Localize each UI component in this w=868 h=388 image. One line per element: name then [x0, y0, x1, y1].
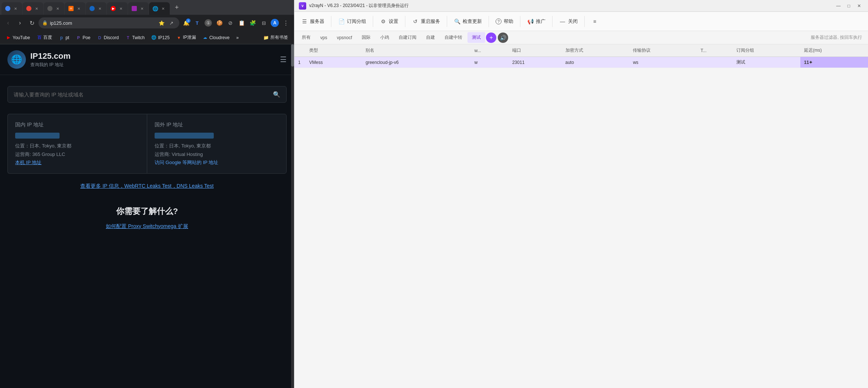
v2rayn-more-menu[interactable]: ≡ — [588, 16, 602, 27]
ip125-search-input[interactable] — [14, 92, 273, 98]
folder-icon: 📁 — [263, 35, 269, 40]
bookmark-poe[interactable]: P Poe — [73, 34, 93, 42]
tab-5-favicon — [89, 6, 95, 11]
settings-label: 设置 — [389, 18, 398, 25]
col-num-header — [294, 44, 305, 57]
add-tab-button[interactable]: + — [486, 33, 496, 43]
tab-custom[interactable]: 自建 — [422, 32, 439, 43]
tab-intl[interactable]: 国际 — [357, 32, 375, 43]
copy-icon: 📋 — [239, 20, 245, 26]
share-button[interactable]: ↗ — [167, 18, 176, 27]
ip125-globe-icon: 🌐 — [7, 50, 26, 69]
new-tab-button[interactable]: + — [172, 2, 182, 13]
security-icon: 🔒 — [42, 20, 48, 25]
tab-vpsnocf[interactable]: vpsnocf — [332, 33, 357, 42]
translate-icon: T — [196, 20, 199, 26]
menu-separator-5 — [489, 16, 489, 27]
close-dash-icon: — — [559, 18, 566, 25]
v2rayn-servers-menu[interactable]: ☰ 服务器 — [297, 16, 328, 27]
notifications-ext-button[interactable]: 🔔 2 — [181, 18, 191, 28]
browser-scrollbar[interactable] — [291, 44, 294, 388]
tab-1[interactable]: ✕ — [1, 2, 22, 15]
v2rayn-table-area[interactable]: 类型 别名 w... 端口 加密方式 传输协议 T... 订阅分组 延迟(ms)… — [294, 44, 868, 388]
ip125-menu-button[interactable]: ☰ — [280, 55, 287, 64]
tab-custom-relay[interactable]: 自建中转 — [440, 32, 467, 43]
v2rayn-settings-menu[interactable]: ⚙ 设置 — [376, 16, 402, 27]
translate-ext-button[interactable]: T — [192, 18, 202, 28]
tab-5-close[interactable]: ✕ — [97, 6, 103, 11]
tab-4[interactable]: H ✕ — [65, 2, 85, 15]
ip125-google-ip-link[interactable]: 访问 Google 等网站的 IP 地址 — [155, 160, 218, 165]
bookmark-ipleak[interactable]: ▼ IP泄漏 — [173, 33, 199, 42]
copy-ext-button[interactable]: 📋 — [236, 18, 247, 28]
row-alias: greencloud-jp-v6 — [362, 57, 470, 68]
url-display: ip125.com — [50, 20, 155, 26]
tab-8-close[interactable]: ✕ — [160, 6, 166, 11]
bookmark-baidu[interactable]: 百 百度 — [34, 33, 55, 42]
split-view-button[interactable]: ⊟ — [259, 18, 269, 28]
tab-xiaoji[interactable]: 小鸡 — [376, 32, 394, 43]
cookie-ext-button[interactable]: 🍪 — [214, 18, 224, 28]
bookmark-pt[interactable]: p pt — [56, 34, 72, 42]
tab-custom-sub[interactable]: 自建订阅 — [394, 32, 421, 43]
ip125-search-icon: 🔍 — [273, 91, 280, 98]
profile-button[interactable]: A — [270, 18, 280, 28]
tab-3[interactable]: ✕ — [44, 2, 64, 15]
tab-7-favicon — [132, 6, 137, 11]
v2rayn-close-menu[interactable]: — 关闭 — [555, 16, 581, 27]
tab-4-close[interactable]: ✕ — [76, 6, 82, 11]
badge1-ext-button[interactable]: ① — [203, 18, 213, 28]
bookmark-youtube[interactable]: ▶ YouTube — [3, 34, 33, 42]
tab-7[interactable]: ✕ — [128, 2, 149, 15]
ip125-local-ip-link[interactable]: 本机 IP 地址 — [15, 160, 41, 165]
refresh-button[interactable]: ↻ — [27, 18, 37, 28]
tab-2-close[interactable]: ✕ — [34, 6, 40, 11]
bookmark-twitch[interactable]: T Twitch — [122, 34, 148, 42]
tab-8-ip125[interactable]: 🌐 ✕ — [149, 2, 170, 15]
omnibox[interactable]: 🔒 ip125.com ⭐ ↗ — [38, 17, 179, 28]
bookmark-cloudreve[interactable]: ☁ Cloudreve — [200, 34, 233, 42]
block-icon: ⊘ — [228, 20, 233, 26]
all-bookmarks-button[interactable]: 📁 所有书签 — [260, 33, 291, 42]
tab-all[interactable]: 所有 — [297, 32, 315, 43]
v2rayn-close-button[interactable]: ✕ — [855, 1, 864, 10]
v2rayn-app-icon: v — [299, 2, 306, 10]
extensions-button[interactable]: 🧩 — [247, 18, 258, 28]
tab-3-close[interactable]: ✕ — [55, 6, 61, 11]
forward-button[interactable]: › — [15, 18, 25, 28]
bookmark-more[interactable]: » — [233, 34, 242, 42]
tab-5[interactable]: ✕ — [86, 2, 107, 15]
ip125-cards: 国内 IP 地址 位置：日本, Tokyo, 東京都 运营商: 365 Grou… — [7, 114, 287, 174]
back-button[interactable]: ‹ — [3, 18, 13, 28]
block-ext-button[interactable]: ⊘ — [225, 18, 236, 28]
bookmark-this-page-button[interactable]: ⭐ — [157, 18, 166, 27]
close-label: 关闭 — [568, 18, 578, 25]
tab-6[interactable]: ▶ ✕ — [107, 2, 128, 15]
tab-vps[interactable]: vps — [316, 33, 332, 42]
v2rayn-help-menu[interactable]: ? 帮助 — [492, 16, 517, 27]
tab-test[interactable]: 测试 — [467, 32, 485, 43]
v2rayn-restart-menu[interactable]: ↺ 重启服务 — [408, 16, 444, 27]
bookmark-discord[interactable]: D Discord — [94, 34, 122, 42]
bookmark-ip125-label: IP125 — [158, 35, 169, 40]
ip125-more-info-link[interactable]: 查看更多 IP 信息，WebRTC Leaks Test，DNS Leaks T… — [80, 183, 214, 189]
ip125-more-info: 查看更多 IP 信息，WebRTC Leaks Test，DNS Leaks T… — [0, 174, 294, 198]
v2rayn-checkupdate-menu[interactable]: 🔍 检查更新 — [450, 16, 486, 27]
v2rayn-promote-menu[interactable]: 📢 推广 — [523, 16, 549, 27]
v2rayn-window-buttons: — □ ✕ — [834, 1, 864, 10]
tab-2[interactable]: ✕ — [23, 2, 43, 15]
tab-1-close[interactable]: ✕ — [13, 6, 18, 11]
tab-7-close[interactable]: ✕ — [139, 6, 145, 11]
table-row[interactable]: 1 VMess greencloud-jp-v6 w 23011 auto ws… — [294, 57, 868, 68]
ip125-search-box[interactable]: 🔍 — [7, 86, 287, 103]
cookie-icon: 🍪 — [216, 20, 223, 26]
volume-tab-button[interactable]: 🔊 — [498, 33, 508, 43]
ip125-proxy-link[interactable]: 如何配置 Proxy Switchyomega 扩展 — [106, 223, 188, 229]
v2rayn-minimize-button[interactable]: — — [834, 1, 843, 10]
v2rayn-maximize-button[interactable]: □ — [844, 1, 853, 10]
bookmark-ip125[interactable]: 🌐 IP125 — [148, 34, 172, 42]
tab-6-close[interactable]: ✕ — [118, 6, 124, 11]
more-options-button[interactable]: ⋮ — [281, 18, 291, 28]
v2rayn-subscription-menu[interactable]: 📄 订阅分组 — [334, 16, 370, 27]
promote-label: 推广 — [536, 18, 546, 25]
